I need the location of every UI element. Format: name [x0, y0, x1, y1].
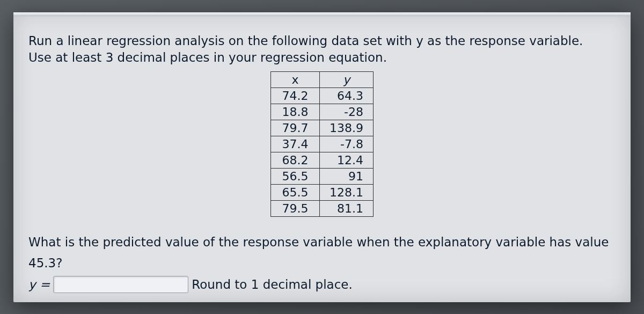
- question-prompt: Run a linear regression analysis on the …: [28, 33, 616, 66]
- table-row: 18.8 -28: [271, 104, 374, 120]
- panel-top-bevel: [13, 12, 631, 16]
- table-row: 56.5 91: [271, 168, 374, 184]
- cell-x: 74.2: [271, 87, 320, 104]
- cell-x: 79.5: [271, 200, 320, 216]
- table-row: 68.2 12.4: [271, 152, 374, 168]
- table-row: 74.2 64.3: [271, 87, 374, 104]
- follow-up-question: What is the predicted value of the respo…: [28, 232, 616, 274]
- answer-row: y = Round to 1 decimal place.: [28, 276, 616, 293]
- cell-x: 68.2: [271, 152, 320, 168]
- col-header-x: x: [271, 71, 320, 87]
- cell-x: 18.8: [271, 104, 320, 120]
- cell-y: -28: [320, 104, 374, 120]
- answer-label: y =: [28, 278, 50, 291]
- cell-y: 91: [320, 168, 374, 184]
- rounding-instruction: Round to 1 decimal place.: [192, 278, 353, 291]
- cell-x: 65.5: [271, 184, 320, 200]
- cell-y: 128.1: [320, 184, 374, 200]
- prompt-line-1: Run a linear regression analysis on the …: [28, 34, 583, 48]
- table-header-row: x y: [271, 71, 374, 87]
- table-row: 79.7 138.9: [271, 120, 374, 136]
- table-row: 65.5 128.1: [271, 184, 374, 200]
- data-table: x y 74.2 64.3 18.8 -28 79.7 138.9 37.4 -…: [270, 71, 374, 217]
- cell-y: 12.4: [320, 152, 374, 168]
- cell-x: 56.5: [271, 168, 320, 184]
- cell-y: 138.9: [320, 120, 374, 136]
- question-panel: Run a linear regression analysis on the …: [13, 12, 631, 302]
- col-header-y: y: [320, 71, 374, 87]
- cell-y: 81.1: [320, 200, 374, 216]
- cell-y: 64.3: [320, 87, 374, 104]
- prompt-line-2: Use at least 3 decimal places in your re…: [28, 50, 387, 64]
- table-row: 37.4 -7.8: [271, 136, 374, 152]
- cell-x: 79.7: [271, 120, 320, 136]
- table-row: 79.5 81.1: [271, 200, 374, 216]
- answer-input[interactable]: [53, 276, 188, 293]
- cell-x: 37.4: [271, 136, 320, 152]
- cell-y: -7.8: [320, 136, 374, 152]
